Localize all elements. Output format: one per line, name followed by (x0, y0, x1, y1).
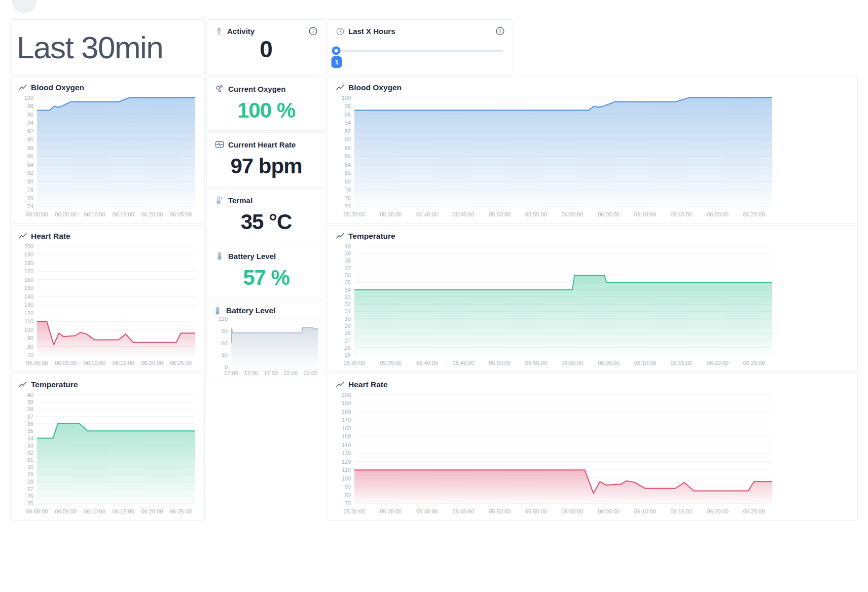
temperature-30min-plot: 40393837363534333231302928272625 06:00:0… (19, 391, 196, 516)
x-tick-label: 05:35:00 (380, 509, 402, 514)
y-tick-label: 37 (27, 414, 33, 419)
y-tick-label: 38 (345, 258, 351, 264)
chart-plot-svg (37, 94, 195, 210)
y-tick-label: 86 (27, 154, 33, 159)
slider-track[interactable] (336, 50, 503, 52)
y-tick-label: 80 (345, 492, 351, 498)
y-tick-label: 90 (27, 336, 33, 341)
y-tick-label: 80 (27, 344, 33, 349)
y-tick-label: 31 (27, 457, 33, 463)
y-tick-label: 27 (345, 338, 351, 343)
y-tick-label: 27 (27, 486, 33, 492)
y-tick-label: 94 (345, 120, 351, 126)
x-tick-label: 06:25:00 (170, 360, 192, 366)
blood-oxygen-hours-chart-card: Blood Oxygen 100989694929088868482807876… (328, 77, 858, 224)
x-tick-label: 06:00:00 (26, 360, 48, 366)
x-tick-label: 06:20:00 (707, 212, 729, 217)
x-tick-label: 06:15:00 (670, 360, 692, 366)
last-x-hours-card: Last X Hours 1 (328, 19, 513, 75)
y-tick-label: 90 (345, 484, 351, 490)
x-tick-label: 06:10:00 (634, 360, 656, 366)
x-tick-label: 05:50:00 (489, 360, 511, 366)
x-tick-label: 06:05:00 (55, 212, 77, 217)
x-tick-label: 05:50:00 (489, 212, 511, 217)
x-tick-label: 05:55:00 (525, 212, 547, 217)
y-tick-label: 120 (342, 459, 351, 464)
x-tick-label: 06:25:00 (743, 509, 765, 514)
chart-plot-svg (354, 243, 772, 358)
corner-decoration (12, 0, 37, 13)
slider-handle[interactable] (332, 47, 341, 55)
y-tick-label: 76 (345, 195, 351, 201)
y-tick-label: 82 (345, 170, 351, 176)
x-tick-label: 05:55:00 (525, 360, 547, 366)
y-tick-label: 74 (345, 204, 351, 209)
y-tick-label: 32 (345, 302, 351, 307)
y-tick-label: 100 (24, 95, 33, 100)
y-tick-label: 78 (27, 187, 33, 193)
y-tick-label: 36 (345, 272, 351, 278)
x-tick-label: 06:25:00 (170, 212, 192, 217)
y-tick-label: 25 (27, 501, 33, 506)
y-tick-label: 140 (24, 293, 33, 299)
stats-column: Current Oxygen 100 % Current Heart Rate … (206, 77, 326, 521)
y-tick-label: 30 (222, 352, 228, 358)
chart-plot-svg (354, 94, 772, 210)
y-tick-label: 88 (27, 145, 33, 151)
chart-title: Heart Rate (348, 380, 388, 389)
blood-oxygen-30min-chart-card: Blood Oxygen 100989694929088868482807876… (10, 77, 205, 224)
line-chart-icon (19, 84, 27, 91)
dashboard-grid: Last 30min Activity 0 Last X Hours (10, 19, 858, 521)
hours-slider[interactable]: 1 (336, 47, 503, 70)
info-icon[interactable] (309, 27, 317, 35)
y-tick-label: 80 (345, 178, 351, 184)
y-tick-label: 33 (345, 294, 351, 300)
current-oxygen-card: Current Oxygen 100 % (206, 77, 326, 131)
heart-rate-30min-plot: 200190180170160150140130120110100908070 … (19, 243, 196, 367)
y-tick-label: 84 (345, 162, 351, 167)
y-tick-label: 36 (27, 421, 33, 426)
chart-title: Temperature (348, 232, 395, 241)
thermometer-icon: A (215, 196, 224, 205)
y-tick-label: 170 (24, 269, 33, 274)
y-tick-label: 60 (222, 340, 228, 346)
y-tick-label: 38 (27, 406, 33, 412)
y-tick-label: 30 (345, 316, 351, 321)
thermal-card: A Termal 35 °C (206, 188, 326, 242)
y-tick-label: 30 (27, 464, 33, 470)
current-oxygen-value: 100 % (207, 93, 326, 130)
activity-label: Activity (227, 27, 255, 35)
battery-level-card: ? Battery Level 57 % (206, 244, 326, 298)
y-tick-label: 26 (345, 345, 351, 350)
blood-oxygen-hours-plot: 10098969492908886848280787674 05:30:0005… (336, 94, 849, 219)
y-tick-label: 86 (345, 154, 351, 159)
svg-text:A: A (221, 196, 223, 200)
heart-monitor-icon (215, 140, 224, 149)
y-tick-label: 200 (342, 392, 351, 397)
y-tick-label: 150 (342, 434, 351, 439)
chart-plot-svg (37, 243, 195, 358)
x-tick-label: 06:15:00 (113, 360, 134, 366)
y-tick-label: 82 (27, 170, 33, 176)
y-tick-label: 96 (345, 112, 351, 117)
activity-value: 0 (207, 35, 326, 63)
x-tick-label: 05:30:00 (344, 509, 366, 514)
y-tick-label: 32 (27, 450, 33, 456)
chart-title: Temperature (31, 380, 78, 389)
info-icon[interactable] (496, 27, 504, 35)
y-tick-label: 29 (27, 472, 33, 477)
y-tick-label: 96 (27, 112, 33, 117)
hours-label: Last X Hours (348, 27, 395, 35)
stat-label: Current Oxygen (228, 85, 285, 93)
y-tick-label: 190 (342, 400, 351, 406)
x-tick-label: 06:15:00 (113, 212, 134, 217)
y-tick-label: 190 (24, 252, 33, 257)
heart-rate-30min-chart-card: Heart Rate 20019018017016015014013012011… (10, 225, 205, 372)
x-tick-label: 06:15:00 (670, 212, 692, 217)
x-tick-label: 12:00 (244, 371, 258, 376)
y-tick-label: 70 (27, 352, 33, 358)
y-tick-label: 40 (27, 392, 33, 397)
y-tick-label: 74 (27, 204, 33, 209)
y-tick-label: 100 (342, 475, 351, 481)
x-tick-label: 03:00 (304, 371, 318, 376)
